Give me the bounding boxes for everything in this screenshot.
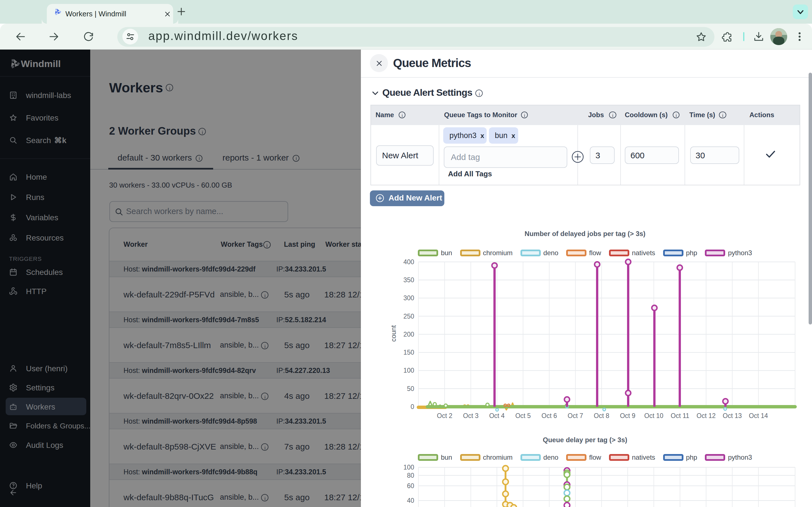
svg-text:150: 150 bbox=[403, 349, 414, 356]
svg-text:100: 100 bbox=[403, 464, 414, 471]
svg-text:Oct 5: Oct 5 bbox=[515, 412, 531, 419]
svg-text:Oct 10: Oct 10 bbox=[644, 412, 663, 419]
svg-text:Oct 6: Oct 6 bbox=[542, 412, 557, 419]
svg-text:60: 60 bbox=[407, 482, 414, 490]
svg-text:40: 40 bbox=[407, 497, 414, 504]
svg-text:Oct 7: Oct 7 bbox=[567, 412, 583, 419]
svg-text:Oct 13: Oct 13 bbox=[723, 412, 742, 419]
svg-text:Oct 3: Oct 3 bbox=[463, 412, 478, 419]
svg-text:200: 200 bbox=[403, 331, 414, 338]
svg-text:100: 100 bbox=[403, 367, 414, 374]
svg-text:Oct 11: Oct 11 bbox=[671, 412, 689, 419]
svg-text:250: 250 bbox=[403, 313, 414, 320]
svg-text:80: 80 bbox=[407, 472, 414, 479]
svg-text:300: 300 bbox=[403, 294, 414, 302]
svg-text:400: 400 bbox=[403, 258, 414, 266]
svg-text:Oct 8: Oct 8 bbox=[594, 412, 609, 419]
svg-text:350: 350 bbox=[403, 276, 414, 284]
svg-text:50: 50 bbox=[407, 385, 414, 392]
svg-text:count: count bbox=[390, 325, 397, 342]
svg-text:Oct 14: Oct 14 bbox=[749, 412, 768, 419]
svg-text:Oct 4: Oct 4 bbox=[489, 412, 505, 419]
svg-text:Oct 12: Oct 12 bbox=[697, 412, 716, 419]
svg-text:0: 0 bbox=[410, 403, 414, 410]
svg-text:Oct 2: Oct 2 bbox=[437, 412, 453, 419]
svg-text:Oct 9: Oct 9 bbox=[620, 412, 636, 419]
